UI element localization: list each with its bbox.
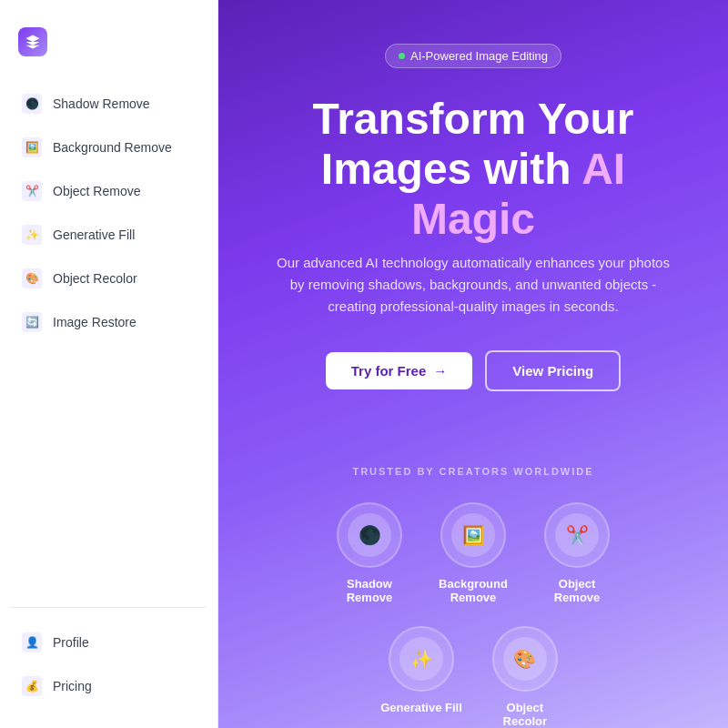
feature-background-remove-icon-wrap: 🖼️	[440, 502, 506, 568]
hero-subtitle: Our advanced AI technology automatically…	[273, 252, 673, 318]
sidebar-item-background-remove[interactable]: 🖼️ Background Remove	[11, 127, 207, 167]
main-content: AI-Powered Image Editing Transform Your …	[218, 0, 728, 728]
hero-title-magic: Magic	[411, 195, 535, 243]
feature-object-remove-icon-wrap: ✂️	[544, 502, 610, 568]
logo-icon	[18, 27, 47, 56]
hero-title-line2: Images with	[321, 145, 581, 193]
feature-background-remove-icon: 🖼️	[451, 513, 495, 557]
hero-title: Transform Your Images with AIMagic	[313, 94, 634, 245]
trusted-section: TRUSTED BY CREATORS WORLDWIDE 🌑 Shadow R…	[218, 466, 728, 728]
features-grid-row1: 🌑 Shadow Remove 🖼️ Background Remove ✂️ …	[246, 502, 701, 604]
hero-title-line1: Transform Your	[313, 95, 634, 143]
sidebar-bottom: 👤 Profile 💰 Pricing	[0, 622, 217, 710]
background-remove-icon: 🖼️	[22, 137, 42, 157]
feature-shadow-remove[interactable]: 🌑 Shadow Remove	[329, 502, 410, 604]
feature-shadow-remove-icon: 🌑	[348, 513, 391, 557]
sidebar-label-pricing: Pricing	[53, 679, 92, 693]
sidebar: 🌑 Shadow Remove 🖼️ Background Remove ✂️ …	[0, 0, 218, 728]
feature-background-remove-label: Background Remove	[432, 577, 514, 604]
try-free-arrow-icon: →	[433, 363, 447, 379]
sidebar-item-object-remove[interactable]: ✂️ Object Remove	[11, 171, 207, 211]
ai-badge: AI-Powered Image Editing	[385, 44, 561, 68]
sidebar-divider	[11, 607, 207, 608]
sidebar-label-background-remove: Background Remove	[53, 140, 172, 155]
sidebar-item-pricing[interactable]: 💰 Pricing	[11, 666, 207, 706]
feature-object-recolor-label: Object Recolor	[484, 701, 566, 728]
object-remove-icon: ✂️	[22, 181, 42, 201]
feature-background-remove[interactable]: 🖼️ Background Remove	[432, 502, 514, 604]
view-pricing-button[interactable]: View Pricing	[485, 350, 621, 391]
sidebar-label-object-recolor: Object Recolor	[53, 271, 137, 286]
try-free-button[interactable]: Try for Free →	[326, 352, 473, 389]
hero-section: AI-Powered Image Editing Transform Your …	[218, 0, 728, 466]
sidebar-item-shadow-remove[interactable]: 🌑 Shadow Remove	[11, 84, 207, 124]
try-free-label: Try for Free	[351, 363, 427, 379]
feature-object-remove[interactable]: ✂️ Object Remove	[536, 502, 618, 604]
sidebar-item-profile[interactable]: 👤 Profile	[11, 622, 207, 662]
feature-object-remove-icon: ✂️	[555, 513, 599, 557]
sidebar-label-profile: Profile	[53, 635, 89, 650]
hero-buttons: Try for Free → View Pricing	[326, 350, 621, 391]
generative-fill-icon: ✨	[22, 225, 42, 245]
sidebar-label-generative-fill: Generative Fill	[53, 228, 135, 242]
badge-dot	[399, 53, 405, 59]
feature-shadow-remove-icon-wrap: 🌑	[337, 502, 402, 568]
shadow-remove-icon: 🌑	[22, 94, 42, 114]
sidebar-label-object-remove: Object Remove	[53, 184, 140, 198]
feature-generative-fill[interactable]: ✨ Generative Fill	[380, 626, 462, 728]
nav-section: 🌑 Shadow Remove 🖼️ Background Remove ✂️ …	[0, 84, 217, 596]
view-pricing-label: View Pricing	[512, 363, 593, 379]
feature-generative-fill-label: Generative Fill	[380, 701, 462, 714]
feature-shadow-remove-label: Shadow Remove	[329, 577, 410, 604]
pricing-icon: 💰	[22, 676, 42, 696]
sidebar-item-object-recolor[interactable]: 🎨 Object Recolor	[11, 258, 207, 298]
profile-icon: 👤	[22, 632, 42, 652]
sidebar-label-image-restore: Image Restore	[53, 315, 136, 329]
feature-object-recolor-icon: 🎨	[503, 637, 547, 681]
feature-generative-fill-icon-wrap: ✨	[389, 626, 454, 692]
trusted-label: TRUSTED BY CREATORS WORLDWIDE	[246, 466, 701, 477]
feature-object-recolor[interactable]: 🎨 Object Recolor	[484, 626, 566, 728]
sidebar-logo	[0, 18, 217, 84]
badge-text: AI-Powered Image Editing	[410, 49, 548, 63]
features-grid-row2: ✨ Generative Fill 🎨 Object Recolor	[246, 626, 701, 728]
sidebar-item-image-restore[interactable]: 🔄 Image Restore	[11, 302, 207, 342]
feature-object-recolor-icon-wrap: 🎨	[492, 626, 558, 692]
image-restore-icon: 🔄	[22, 312, 42, 332]
feature-object-remove-label: Object Remove	[536, 577, 618, 604]
sidebar-item-generative-fill[interactable]: ✨ Generative Fill	[11, 215, 207, 255]
sidebar-label-shadow-remove: Shadow Remove	[53, 96, 150, 111]
object-recolor-icon: 🎨	[22, 268, 42, 288]
feature-generative-fill-icon: ✨	[399, 637, 443, 681]
